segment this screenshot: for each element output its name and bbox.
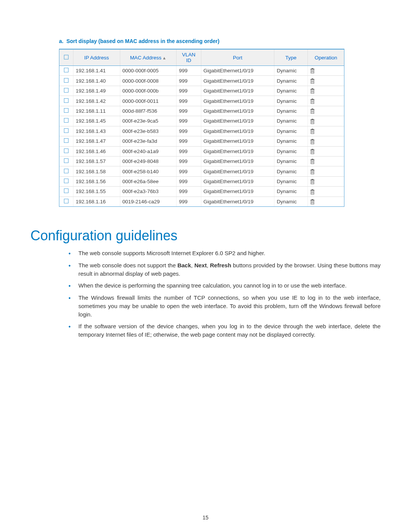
- svg-rect-9: [312, 78, 313, 79]
- col-header-operation[interactable]: Operation: [307, 50, 344, 66]
- figure-caption: a. Sort display (based on MAC address in…: [59, 38, 381, 44]
- svg-rect-65: [311, 200, 314, 204]
- cell-mac: 0000-000f-000b: [120, 86, 177, 96]
- svg-rect-33: [311, 129, 314, 130]
- cell-ip: 192.168.1.11: [73, 106, 120, 116]
- cell-vlan: 999: [177, 116, 201, 126]
- trash-icon[interactable]: [310, 189, 315, 195]
- table-row: 192.168.1.46000f-e240-a1a9999GigabitEthe…: [59, 146, 344, 156]
- col-header-mac[interactable]: MAC Address▲: [120, 50, 177, 66]
- svg-rect-13: [311, 89, 314, 90]
- trash-icon[interactable]: [310, 78, 315, 84]
- row-checkbox[interactable]: [64, 78, 68, 83]
- row-checkbox[interactable]: [64, 199, 68, 203]
- cell-operation: [307, 136, 344, 146]
- table-row: 192.168.1.11000d-88f7-f536999GigabitEthe…: [59, 106, 344, 116]
- cell-type: Dynamic: [274, 166, 307, 176]
- cell-mac: 000f-e258-b140: [120, 166, 177, 176]
- cell-vlan: 999: [177, 136, 201, 146]
- row-checkbox-cell: [59, 187, 73, 197]
- svg-rect-28: [311, 119, 314, 120]
- table-row: 192.168.1.45000f-e23e-9ca5999GigabitEthe…: [59, 116, 344, 126]
- row-checkbox[interactable]: [64, 98, 68, 103]
- svg-rect-49: [312, 159, 313, 160]
- cell-mac: 000f-e23e-fa3d: [120, 136, 177, 146]
- cell-port: GigabitEthernet1/0/19: [201, 96, 274, 106]
- table-row: 192.168.1.400000-000f-0008999GigabitEthe…: [59, 76, 344, 86]
- table-row: 192.168.1.410000-000f-0005999GigabitEthe…: [59, 66, 344, 76]
- svg-rect-35: [311, 140, 314, 144]
- row-checkbox[interactable]: [64, 108, 68, 113]
- cell-mac: 0019-2146-ca29: [120, 197, 177, 206]
- col-header-checkbox[interactable]: [59, 50, 73, 66]
- cell-port: GigabitEthernet1/0/19: [201, 197, 274, 206]
- guidelines-list: The web console supports Microsoft Inter…: [68, 249, 381, 343]
- col-header-vlan[interactable]: VLAN ID: [177, 50, 201, 66]
- row-checkbox[interactable]: [64, 149, 68, 153]
- table-row: 192.168.1.490000-000f-000b999GigabitEthe…: [59, 86, 344, 96]
- select-all-checkbox[interactable]: [64, 55, 68, 59]
- cell-operation: [307, 96, 344, 106]
- row-checkbox[interactable]: [64, 68, 68, 72]
- row-checkbox-cell: [59, 86, 73, 96]
- cell-operation: [307, 156, 344, 166]
- cell-vlan: 999: [177, 96, 201, 106]
- bold-text: Refresh: [210, 262, 231, 268]
- cell-mac: 0000-000f-0008: [120, 76, 177, 86]
- sort-asc-icon: ▲: [161, 56, 166, 60]
- trash-icon[interactable]: [310, 99, 315, 104]
- cell-vlan: 999: [177, 86, 201, 96]
- trash-icon[interactable]: [310, 179, 315, 184]
- trash-icon[interactable]: [310, 109, 315, 114]
- row-checkbox-cell: [59, 176, 73, 186]
- row-checkbox[interactable]: [64, 169, 68, 173]
- trash-icon[interactable]: [310, 68, 315, 73]
- table-row: 192.168.1.56000f-e26a-58ee999GigabitEthe…: [59, 176, 344, 186]
- trash-icon[interactable]: [310, 199, 315, 204]
- cell-port: GigabitEthernet1/0/19: [201, 106, 274, 116]
- trash-icon[interactable]: [310, 88, 315, 94]
- svg-rect-5: [311, 80, 314, 83]
- row-checkbox[interactable]: [64, 179, 68, 183]
- row-checkbox[interactable]: [64, 118, 68, 123]
- col-header-type[interactable]: Type: [274, 50, 307, 66]
- cell-port: GigabitEthernet1/0/19: [201, 136, 274, 146]
- svg-rect-54: [312, 169, 313, 170]
- cell-ip: 192.168.1.57: [73, 156, 120, 166]
- table-row: 192.168.1.43000f-e23e-b583999GigabitEthe…: [59, 126, 344, 136]
- row-checkbox[interactable]: [64, 88, 68, 93]
- text: When the device is performing the spanni…: [78, 282, 347, 289]
- svg-rect-64: [312, 189, 313, 190]
- cell-operation: [307, 116, 344, 126]
- svg-rect-34: [312, 129, 313, 129]
- cell-type: Dynamic: [274, 76, 307, 86]
- svg-rect-4: [312, 68, 313, 69]
- cell-vlan: 999: [177, 106, 201, 116]
- trash-icon[interactable]: [310, 119, 315, 124]
- svg-rect-59: [312, 179, 313, 180]
- trash-icon[interactable]: [310, 159, 315, 164]
- row-checkbox[interactable]: [64, 189, 68, 193]
- cell-port: GigabitEthernet1/0/19: [201, 116, 274, 126]
- cell-ip: 192.168.1.47: [73, 136, 120, 146]
- row-checkbox[interactable]: [64, 158, 68, 163]
- cell-type: Dynamic: [274, 86, 307, 96]
- col-header-ip[interactable]: IP Address: [73, 50, 120, 66]
- cell-vlan: 999: [177, 176, 201, 186]
- cell-operation: [307, 76, 344, 86]
- svg-rect-18: [311, 99, 314, 100]
- cell-mac: 000f-e23e-9ca5: [120, 116, 177, 126]
- table-row: 192.168.1.58000f-e258-b140999GigabitEthe…: [59, 166, 344, 176]
- row-checkbox[interactable]: [64, 128, 68, 133]
- cell-mac: 000f-e26a-58ee: [120, 176, 177, 186]
- row-checkbox[interactable]: [64, 138, 68, 143]
- trash-icon[interactable]: [310, 129, 315, 134]
- trash-icon[interactable]: [310, 139, 315, 144]
- cell-type: Dynamic: [274, 156, 307, 166]
- text: The web console supports Microsoft Inter…: [78, 250, 265, 256]
- col-header-port[interactable]: Port: [201, 50, 274, 66]
- table-row: 192.168.1.420000-000f-0011999GigabitEthe…: [59, 96, 344, 106]
- trash-icon[interactable]: [310, 169, 315, 174]
- caption-prefix: a.: [59, 38, 64, 44]
- trash-icon[interactable]: [310, 149, 315, 154]
